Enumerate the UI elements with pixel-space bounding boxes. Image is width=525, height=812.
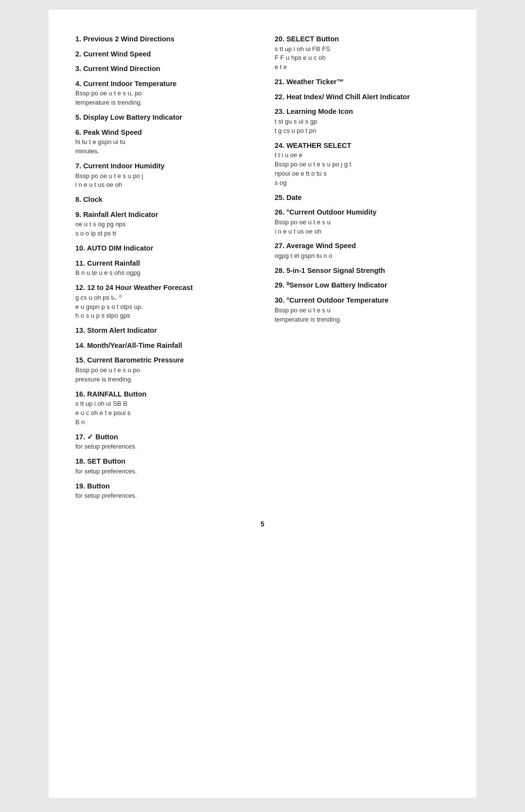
item-number: 26.: [275, 208, 286, 216]
item-number: 11.: [75, 259, 87, 267]
item-sub-text: Bssp po oe u t e s ui n e u t us oe oh: [275, 218, 450, 236]
item-title: Learning Mode Icon: [286, 108, 353, 115]
item-number: 1.: [75, 35, 83, 43]
item-title: °Current Outdoor Temperature: [286, 296, 388, 304]
list-item: 19. Buttonfor setup preferences.: [75, 481, 250, 501]
item-sub-text: g cs u oh ps tₙ. ⁰e u gspn p s o t otps …: [75, 293, 250, 321]
item-sub-text: for setup preferences.: [75, 467, 250, 476]
item-title: SELECT Button: [286, 35, 339, 43]
list-item: 22. Heat Index/ Wind Chill Alert Indicat…: [275, 92, 450, 102]
item-title: Current Barometric Pressure: [87, 356, 184, 364]
item-title: ✓ Button: [87, 433, 118, 441]
item-sub-text: t st gu s ui s gpt g cs u po t pn: [275, 117, 450, 136]
list-item: 6. Peak Wind Speedhi tu t e gspn ui tumi…: [75, 127, 250, 156]
item-title: Peak Wind Speed: [83, 128, 142, 136]
item-number: 4.: [75, 80, 83, 88]
list-item: 13. Storm Alert Indicator: [75, 325, 250, 336]
item-sub-text: for setup preferences.: [75, 442, 250, 451]
item-number: 14.: [75, 342, 87, 349]
item-number: 28.: [275, 267, 286, 274]
item-title: Display Low Battery Indicator: [83, 113, 182, 121]
item-sub-text: B n u te u e s ohs ogpg: [75, 269, 250, 278]
content: 1. Previous 2 Wind Directions2. Current …: [75, 34, 450, 505]
item-title: Average Wind Speed: [286, 242, 356, 250]
item-number: 10.: [75, 244, 87, 252]
item-number: 22.: [275, 93, 286, 101]
item-number: 19.: [75, 482, 87, 490]
item-title: ⁰Sensor Low Battery Indicator: [286, 281, 387, 289]
item-number: 24.: [275, 142, 286, 149]
item-title: Current Wind Speed: [83, 50, 151, 58]
right-column: 20. SELECT Buttons tt up i oh ui FB FSF …: [270, 34, 450, 505]
list-item: 24. WEATHER SELECTt t i u oe eBssp po oe…: [275, 141, 450, 188]
item-title: Storm Alert Indicator: [87, 326, 157, 334]
item-number: 16.: [75, 390, 87, 398]
item-sub-text: oe u t s og pg npss o o ip st ps tt: [75, 220, 250, 238]
item-title: Heat Index/ Wind Chill Alert Indicator: [286, 93, 410, 101]
list-item: 11. Current RainfallB n u te u e s ohs o…: [75, 258, 250, 278]
list-item: 1. Previous 2 Wind Directions: [75, 34, 250, 44]
item-sub-text: s tt up i oh ui FB FSF F u hps e u c ohe…: [275, 45, 450, 72]
list-item: 2. Current Wind Speed: [75, 49, 250, 59]
list-item: 26. °Current Outdoor HumidityBssp po oe …: [275, 207, 450, 236]
item-number: 9.: [75, 211, 83, 218]
item-number: 12.: [75, 284, 87, 291]
item-title: Current Wind Direction: [83, 65, 160, 72]
list-item: 18. SET Buttonfor setup preferences.: [75, 456, 250, 476]
item-number: 21.: [275, 78, 286, 86]
item-number: 8.: [75, 196, 83, 203]
list-item: 21. Weather Ticker™: [275, 77, 450, 87]
list-item: 9. Rainfall Alert Indicatoroe u t s og p…: [75, 210, 250, 238]
item-number: 25.: [275, 194, 286, 201]
item-sub-text: Bssp po oe u t e s u, potemperature is t…: [75, 89, 250, 108]
item-sub-text: Bssp po oe u t e s utemperature is trend…: [275, 306, 450, 325]
item-title: Weather Ticker™: [286, 78, 344, 86]
left-column: 1. Previous 2 Wind Directions2. Current …: [75, 34, 255, 505]
list-item: 30. °Current Outdoor TemperatureBssp po …: [275, 295, 450, 324]
item-number: 13.: [75, 326, 87, 334]
item-title: WEATHER SELECT: [286, 142, 351, 149]
item-title: Button: [87, 482, 110, 490]
list-item: 5. Display Low Battery Indicator: [75, 112, 250, 123]
item-title: Current Rainfall: [87, 259, 140, 267]
item-number: 23.: [275, 108, 286, 115]
item-number: 30.: [275, 296, 286, 304]
item-title: Previous 2 Wind Directions: [83, 35, 175, 43]
item-title: °Current Outdoor Humidity: [286, 208, 376, 216]
item-title: Current Indoor Humidity: [83, 162, 165, 170]
list-item: 8. Clock: [75, 195, 250, 205]
list-item: 14. Month/Year/All-Time Rainfall: [75, 341, 250, 351]
list-item: 28. 5-in-1 Sensor Signal Strength: [275, 266, 450, 276]
item-title: AUTO DIM Indicator: [87, 244, 154, 252]
item-number: 27.: [275, 242, 286, 250]
item-sub-text: t t i u oe eBssp po oe u t e s u po j g …: [275, 151, 450, 187]
item-number: 6.: [75, 128, 83, 136]
item-title: Rainfall Alert Indicator: [83, 211, 158, 218]
item-number: 18.: [75, 457, 87, 465]
list-item: 25. Date: [275, 193, 450, 203]
list-item: 16. RAINFALL Buttons tt up i oh ui SB Be…: [75, 389, 250, 427]
item-number: 2.: [75, 50, 83, 58]
item-sub-text: Bssp po oe u t e s u popressure is trend…: [75, 366, 250, 384]
item-number: 15.: [75, 356, 87, 364]
item-sub-text: s tt up i oh ui SB Be u c oh e t e poui …: [75, 399, 250, 427]
item-number: 17.: [75, 433, 87, 441]
item-sub-text: hi tu t e gspn ui tuminutes.: [75, 138, 250, 156]
item-number: 7.: [75, 162, 83, 170]
item-sub-text: for setup preferences.: [75, 491, 250, 501]
item-title: RAINFALL Button: [87, 390, 146, 398]
list-item: 12. 12 to 24 Hour Weather Forecastg cs u…: [75, 283, 250, 321]
list-item: 10. AUTO DIM Indicator: [75, 243, 250, 253]
list-item: 17. ✓ Buttonfor setup preferences.: [75, 432, 250, 451]
list-item: 23. Learning Mode Icont st gu s ui s gpt…: [275, 107, 450, 135]
list-item: 29. ⁰Sensor Low Battery Indicator: [275, 280, 450, 290]
item-title: 5-in-1 Sensor Signal Strength: [286, 267, 385, 274]
item-sub-text: ogpg t et gspn tu n o: [275, 252, 450, 261]
page-number: 5: [75, 520, 450, 528]
item-title: Date: [286, 194, 301, 201]
item-title: Clock: [83, 196, 103, 203]
item-number: 29.: [275, 281, 286, 289]
list-item: 4. Current Indoor TemperatureBssp po oe …: [75, 79, 250, 108]
list-item: 7. Current Indoor HumidityBssp po oe u t…: [75, 161, 250, 190]
item-title: SET Button: [87, 457, 125, 465]
